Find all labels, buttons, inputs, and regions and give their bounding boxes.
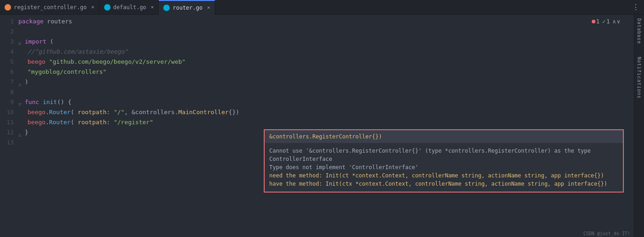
code-text: . xyxy=(45,117,49,127)
have-method: have the method: Init(ctx *context.Conte… xyxy=(269,180,618,188)
code-text: ( xyxy=(71,117,78,127)
function-call: Router xyxy=(49,107,71,117)
fold-icon[interactable]: ▽ xyxy=(18,39,24,44)
error-message-1: Cannot use '&controllers.RegisterControl… xyxy=(269,147,618,163)
type-name: MainController xyxy=(178,107,229,117)
next-error-button[interactable]: ∨ xyxy=(617,17,620,27)
navigation-arrows[interactable]: ∧ ∨ xyxy=(613,17,620,27)
code-line-3: ▽import ( xyxy=(18,37,634,47)
go-file-icon xyxy=(104,4,111,11)
function-name: init xyxy=(43,97,57,107)
code-text: : xyxy=(106,107,114,117)
prev-error-button[interactable]: ∧ xyxy=(613,17,616,27)
warning-count: 1 xyxy=(606,17,610,27)
code-line-8 xyxy=(18,87,634,97)
right-panel: Database Notifications xyxy=(634,15,644,237)
database-panel-label[interactable]: Database xyxy=(637,18,642,44)
function-call: Router xyxy=(49,117,71,127)
string: "/" xyxy=(114,107,124,117)
package-ref: beego xyxy=(28,107,45,117)
code-line-6: "mygoblog/controllers" xyxy=(18,67,634,77)
string: "github.com/beego/beego/v2/server/web" xyxy=(49,57,185,67)
code-text xyxy=(39,97,43,107)
error-highlight-code: &controllers.RegisterController{}) xyxy=(269,132,382,142)
code-text: () { xyxy=(57,97,71,107)
code-text: } xyxy=(25,127,28,138)
string: "/register" xyxy=(114,117,153,127)
error-text-1: Cannot use '&controllers.RegisterControl… xyxy=(269,148,591,162)
code-text: ( xyxy=(71,107,78,117)
code-text: : xyxy=(106,117,114,127)
close-icon[interactable]: × xyxy=(151,4,154,10)
code-line-1: package routers xyxy=(18,17,634,27)
error-text-2: Type does not implement 'ControllerInter… xyxy=(269,164,418,171)
package-ref: beego xyxy=(28,117,45,127)
code-line-10: beego.Router( rootpath: "/", &controller… xyxy=(18,107,634,117)
fold-icon[interactable]: △ xyxy=(18,79,24,85)
watermark: CSDN @just_do IT! xyxy=(583,231,630,236)
fold-icon[interactable]: ▽ xyxy=(18,99,24,105)
close-icon[interactable]: × xyxy=(207,5,210,11)
warning-badge: ✓ 1 xyxy=(602,17,610,27)
code-content[interactable]: 1 ✓ 1 ∧ ∨ package routers ▽import ( xyxy=(18,15,634,237)
code-text: routers xyxy=(44,17,72,27)
error-count: 1 xyxy=(596,17,600,27)
keyword: import xyxy=(25,37,46,47)
tab-router[interactable]: router.go × xyxy=(159,0,215,15)
error-indicator: 1 ✓ 1 ∧ ∨ xyxy=(592,17,620,27)
comment: //"github.com/astaxie/beego" xyxy=(28,47,128,57)
close-icon[interactable]: × xyxy=(91,4,94,10)
line-numbers: 1 2 3 4 5 6 7 8 9 10 11 12 13 xyxy=(0,15,18,237)
code-text: , &controllers. xyxy=(124,107,178,117)
code-line-7: △) xyxy=(18,77,634,87)
check-icon: ✓ xyxy=(602,17,605,27)
code-line-4: //"github.com/astaxie/beego" xyxy=(18,47,634,57)
fold-icon[interactable]: △ xyxy=(18,130,24,135)
need-method-text: need the method: Init(ct *context.Contex… xyxy=(269,172,604,179)
tab-label: register_controller.go xyxy=(14,4,87,11)
keyword: func xyxy=(25,97,39,107)
tab-register-controller[interactable]: register_controller.go × xyxy=(0,0,100,15)
code-line-5: beego "github.com/beego/beego/v2/server/… xyxy=(18,57,634,67)
error-popup: &controllers.RegisterController{}) Canno… xyxy=(264,129,624,193)
code-text xyxy=(45,57,49,67)
need-method: need the method: Init(ct *context.Contex… xyxy=(269,171,618,180)
code-text: ) xyxy=(25,77,28,87)
param-name: rootpath xyxy=(78,117,107,127)
code-line-2 xyxy=(18,27,634,37)
package-name: beego xyxy=(28,57,45,67)
error-popup-content: Cannot use '&controllers.RegisterControl… xyxy=(265,143,623,192)
error-popup-header: &controllers.RegisterController{}) xyxy=(265,130,623,143)
tab-label: default.go xyxy=(113,4,146,11)
code-text: ( xyxy=(46,37,54,47)
param-name: rootpath xyxy=(78,107,107,117)
code-editor: 1 2 3 4 5 6 7 8 9 10 11 12 13 1 ✓ 1 xyxy=(0,15,644,237)
code-text: . xyxy=(45,107,49,117)
error-badge: 1 xyxy=(592,17,600,27)
have-method-text: have the method: Init(ctx *context.Conte… xyxy=(269,181,607,187)
code-line-9: ▽func init() { xyxy=(18,97,634,107)
editor-area: 1 2 3 4 5 6 7 8 9 10 11 12 13 1 ✓ 1 xyxy=(0,15,644,237)
go-file-icon xyxy=(163,5,170,11)
keyword: package xyxy=(18,17,44,27)
notifications-panel-label[interactable]: Notifications xyxy=(637,57,642,99)
tab-bar: register_controller.go × default.go × ro… xyxy=(0,0,644,15)
error-message-2: Type does not implement 'ControllerInter… xyxy=(269,163,618,171)
string: "mygoblog/controllers" xyxy=(28,67,106,77)
code-line-11: beego.Router( rootpath: "/register" xyxy=(18,117,634,127)
error-dot xyxy=(592,20,595,23)
code-text: {}) xyxy=(228,107,239,117)
tab-menu-button[interactable]: ⋮ xyxy=(627,3,644,11)
tab-label: router.go xyxy=(172,5,202,11)
tab-default[interactable]: default.go × xyxy=(100,0,159,15)
go-file-icon xyxy=(5,4,11,11)
